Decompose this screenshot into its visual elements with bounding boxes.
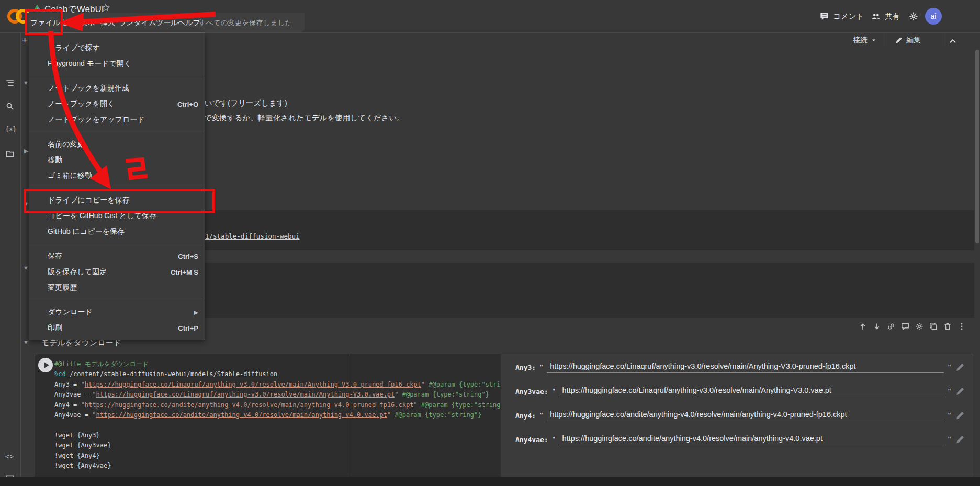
- file-menu-item-label: 印刷: [48, 323, 178, 333]
- connect-label: 接続: [853, 36, 868, 45]
- code-line: Any3vae = "https://huggingface.co/Linaqr…: [54, 390, 501, 400]
- code-line: !wget {Any4}: [54, 451, 501, 461]
- table-of-contents-icon[interactable]: [5, 78, 15, 87]
- file-menu-item-label: 変更履歴: [48, 283, 198, 292]
- app-header: ColabでWebUI ファイル編集表示挿入ランタイムツールヘルプ すべての変更…: [0, 0, 980, 33]
- chevron-up-icon[interactable]: [948, 37, 958, 46]
- form-pane: Any3:""Any3vae:""Any4:""Any4vae:"": [501, 354, 973, 478]
- file-menu-item[interactable]: ノートブックを開くCtrl+O: [29, 96, 205, 112]
- menu-shortcut: Ctrl+P: [178, 324, 198, 332]
- share-label: 共有: [885, 12, 900, 21]
- submenu-arrow-icon: ▶: [194, 309, 198, 316]
- repo-link[interactable]: 1/stable-diffusion-webui: [205, 232, 300, 240]
- pencil-icon[interactable]: [955, 362, 965, 372]
- add-code-cell-button[interactable]: +: [22, 35, 28, 46]
- quote-mark: ": [553, 387, 555, 395]
- file-menu-item[interactable]: ノートブックをアップロード: [29, 112, 205, 128]
- menubar-item-3[interactable]: 表示: [77, 16, 98, 30]
- file-menu-item[interactable]: Playground モードで開く: [29, 56, 205, 72]
- more-vert-icon[interactable]: [957, 322, 966, 331]
- share-button[interactable]: 共有: [871, 12, 900, 21]
- quote-mark: ": [540, 411, 543, 420]
- collapse-arrow[interactable]: ▶: [24, 148, 28, 154]
- code-line: %cd /content/stable-diffusion-webui/mode…: [54, 369, 501, 379]
- file-menu-item[interactable]: 移動: [29, 152, 205, 168]
- file-menu-item[interactable]: ドライブで探す: [29, 40, 205, 56]
- comment-bubble-icon: [819, 12, 829, 21]
- menubar-item-4[interactable]: 挿入: [97, 16, 118, 30]
- file-menu-item[interactable]: GitHub にコピーを保存: [29, 224, 205, 240]
- move-down-icon[interactable]: [872, 322, 882, 331]
- code-line: Any4vae = "https://huggingface.co/andite…: [54, 410, 501, 420]
- pencil-icon[interactable]: [955, 434, 965, 445]
- file-menu-item-label: ドライブで探す: [48, 43, 198, 53]
- file-menu-item-label: 版を保存して固定: [48, 267, 171, 277]
- code-line: !wget {Any3vae}: [54, 440, 501, 450]
- bottom-status-bar: [0, 477, 980, 486]
- copy-cell-icon[interactable]: [929, 322, 938, 331]
- code-editor[interactable]: #@title モデルをダウンロード%cd /content/stable-di…: [35, 354, 501, 477]
- avatar[interactable]: ai: [925, 8, 942, 25]
- file-menu-item[interactable]: 版を保存して固定Ctrl+M S: [29, 264, 205, 280]
- file-menu-item-label: 名前の変更: [48, 140, 198, 149]
- menu-divider: [29, 300, 205, 300]
- code-snippets-icon[interactable]: <>: [5, 453, 14, 460]
- variables-icon[interactable]: {x}: [5, 126, 17, 133]
- comment-icon[interactable]: [900, 322, 910, 331]
- markdown-text-line: きいです(フリーズします): [197, 98, 287, 108]
- left-sidebar: {x} <>: [0, 33, 21, 477]
- file-menu-item-label: 保存: [48, 252, 178, 261]
- file-menu-item[interactable]: ダウンロード▶: [29, 304, 205, 320]
- param-input[interactable]: [559, 386, 944, 397]
- file-menu-item-label: ノートブックを開く: [48, 99, 177, 109]
- quote-mark: ": [540, 363, 543, 371]
- param-input[interactable]: [559, 434, 944, 445]
- collapse-arrow[interactable]: ▼: [23, 265, 29, 271]
- param-label: Any3vae:: [515, 388, 548, 395]
- file-menu-item[interactable]: ノートブックを新規作成: [29, 81, 205, 96]
- pencil-icon[interactable]: [955, 386, 965, 397]
- param-form-row: Any4vae:"": [501, 427, 973, 451]
- param-input[interactable]: [547, 410, 944, 421]
- file-menu-item[interactable]: 名前の変更: [29, 137, 205, 152]
- people-icon: [871, 12, 881, 21]
- pencil-icon[interactable]: [955, 410, 965, 421]
- gear-icon[interactable]: [908, 11, 919, 21]
- param-form-row: Any3vae:"": [501, 379, 973, 403]
- code-line: Any4 = "https://huggingface.co/andite/an…: [54, 400, 501, 410]
- file-menu-item-label: 移動: [48, 155, 198, 165]
- delete-cell-icon[interactable]: [943, 322, 952, 331]
- param-input[interactable]: [547, 362, 944, 373]
- edit-mode-label: 編集: [906, 36, 921, 45]
- connect-button[interactable]: 接続: [853, 36, 877, 45]
- markdown-text-line: で変換するか、軽量化されたモデルを使用してください。: [204, 113, 404, 123]
- vertical-scrollbar[interactable]: [975, 50, 979, 243]
- code-line: !wget {Any4vae}: [54, 461, 501, 471]
- save-status[interactable]: すべての変更を保存しました: [199, 18, 292, 28]
- cell-settings-icon[interactable]: [915, 322, 924, 331]
- file-menu-item[interactable]: 印刷Ctrl+P: [29, 320, 205, 336]
- menu-shortcut: Ctrl+M S: [171, 268, 198, 276]
- collapse-arrow[interactable]: ▼: [23, 80, 29, 86]
- pencil-icon: [895, 36, 903, 44]
- file-menu-item-label: ゴミ箱に移動: [48, 171, 198, 180]
- file-menu-item[interactable]: ゴミ箱に移動: [29, 168, 205, 184]
- star-outline-icon[interactable]: [101, 3, 110, 13]
- file-menu-item[interactable]: 変更履歴: [29, 280, 205, 296]
- menu-divider: [29, 132, 205, 132]
- move-up-icon[interactable]: [858, 322, 868, 331]
- link-icon[interactable]: [886, 322, 896, 331]
- file-menu: ドライブで探すPlayground モードで開くノートブックを新規作成ノートブッ…: [29, 32, 205, 340]
- edit-mode-button[interactable]: 編集: [895, 36, 921, 45]
- code-cell: #@title モデルをダウンロード%cd /content/stable-di…: [35, 354, 973, 478]
- comments-button[interactable]: コメント: [819, 12, 864, 21]
- quote-mark: ": [948, 435, 951, 444]
- run-cell-button[interactable]: [38, 358, 53, 372]
- file-menu-item-label: ノートブックを新規作成: [48, 84, 198, 93]
- files-icon[interactable]: [5, 149, 15, 159]
- file-menu-item[interactable]: 保存Ctrl+S: [29, 248, 205, 264]
- quote-mark: ": [948, 387, 951, 395]
- collapse-arrow[interactable]: ▼: [23, 339, 29, 345]
- annotation-box-save-copy: [24, 189, 215, 213]
- search-icon[interactable]: [5, 101, 15, 111]
